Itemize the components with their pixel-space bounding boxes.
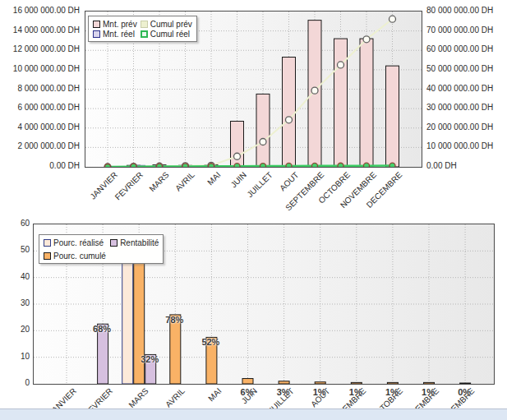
legend-item-cumul-prev: Cumul prév <box>141 19 192 29</box>
marker-cumul-reel <box>364 163 370 167</box>
month-label: AVRIL <box>164 386 187 409</box>
bar-pourc-cumul- <box>387 382 398 384</box>
marker-cumul-prev <box>338 62 344 68</box>
panel-footer-strip <box>0 409 507 420</box>
marker-cumul-prev <box>363 36 370 43</box>
legend-label-rentabilite: Rentabilité <box>120 238 159 247</box>
right-axis-tick-label: 70 000 000.00 DH <box>426 25 493 35</box>
percent-label: 78% <box>165 315 183 325</box>
legend-item-rentabilite: Rentabilité <box>110 238 159 247</box>
legend-item-pourc-realise: Pourc. réalisé <box>44 238 104 247</box>
month-label: MAI <box>206 386 223 403</box>
legend-label-pourc-realise: Pourc. réalisé <box>53 238 104 247</box>
y-axis-tick-label: 50 <box>0 245 30 254</box>
bar-pourc-cumul- <box>279 381 289 384</box>
percent-label: 68% <box>93 324 111 334</box>
bottom-legend-row1: Pourc. réalisé Rentabilité <box>44 238 159 247</box>
legend-label-mnt-reel: Mnt. réel <box>103 30 135 39</box>
amounts-chart: 16 000 000.00 DH14 000 000.00 DH12 000 0… <box>0 0 507 215</box>
marker-cumul-prev <box>234 153 241 159</box>
legend-label-pourc-cumule: Pourc. cumulé <box>53 252 106 261</box>
marker-cumul-reel <box>131 164 136 167</box>
legend-label-cumul-prev: Cumul prév <box>150 20 192 29</box>
percent-label: 3% <box>277 387 290 397</box>
percent-label: 1% <box>313 387 326 397</box>
rentabilite-swatch-icon <box>110 239 118 247</box>
right-axis-tick-label: 30 000 000.00 DH <box>426 103 493 112</box>
bar-pourc-r-alis- <box>122 251 133 384</box>
percent-label: 1% <box>349 387 362 397</box>
marker-cumul-reel <box>389 163 395 167</box>
bar-pourc-cumul- <box>460 383 471 384</box>
legend-item-cumul-reel: Cumul réel <box>141 29 192 39</box>
cumul-reel-swatch-icon <box>141 30 148 38</box>
right-axis-tick-label: 50 000 000.00 DH <box>426 64 493 73</box>
marker-cumul-reel <box>260 164 266 167</box>
marker-cumul-reel <box>312 163 318 167</box>
right-axis-tick-label: 10 000 000.00 DH <box>426 141 493 150</box>
top-legend-col-bars: Mnt. prév Mnt. réel <box>93 19 137 39</box>
bottom-legend: Pourc. réalisé Rentabilité Pourc. cumulé <box>39 234 164 264</box>
marker-cumul-reel <box>338 163 343 167</box>
percent-label: 1% <box>385 387 399 397</box>
legend-label-cumul-reel: Cumul réel <box>150 30 190 39</box>
y-axis-tick-label: 40 <box>0 272 30 281</box>
bar-pourc-cumul- <box>242 379 253 384</box>
right-axis-tick-label: 40 000 000.00 DH <box>426 84 493 93</box>
cumul-prev-swatch-icon <box>141 21 148 28</box>
bar-mnt-prev <box>256 94 270 167</box>
month-label: MARS <box>127 386 150 409</box>
bar-mnt-prev <box>360 39 373 167</box>
pourc-cumule-swatch-icon <box>44 252 51 260</box>
left-axis-tick-label: 6 000 000.00 DH <box>0 103 80 112</box>
left-axis-tick-label: 16 000 000.00 DH <box>0 6 80 15</box>
right-axis-tick-label: 20 000 000.00 DH <box>426 122 493 132</box>
mnt-reel-swatch-icon <box>93 30 100 38</box>
legend-item-pourc-cumule: Pourc. cumulé <box>44 251 106 261</box>
legend-item-mnt-reel: Mnt. réel <box>93 29 137 39</box>
left-axis-tick-label: 12 000 000.00 DH <box>0 44 80 53</box>
y-axis-tick-label: 0 <box>0 378 30 387</box>
percent-label: 32% <box>141 354 159 364</box>
marker-cumul-reel <box>234 164 240 167</box>
report-page: 16 000 000.00 DH14 000 000.00 DH12 000 0… <box>0 0 507 420</box>
percent-label: 1% <box>422 387 435 397</box>
y-axis-tick-label: 10 <box>0 352 30 361</box>
month-label: JUILLET <box>245 170 274 199</box>
top-legend: Mnt. prév Mnt. réel Cumul prév Cumul rée… <box>88 16 197 42</box>
y-axis-tick-label: 30 <box>0 298 30 307</box>
marker-cumul-prev <box>311 87 318 94</box>
bar-pourc-cumul- <box>315 382 325 384</box>
left-axis-tick-label: 4 000 000.00 DH <box>0 122 80 132</box>
bar-mnt-prev <box>386 66 399 167</box>
legend-item-mnt-prev: Mnt. prév <box>93 19 137 29</box>
month-label: AOUT <box>278 170 300 192</box>
pourc-realise-swatch-icon <box>44 239 51 247</box>
right-axis-tick-label: 60 000 000.00 DH <box>426 44 493 53</box>
bar-pourc-cumul- <box>351 382 362 384</box>
line-cumul-reel <box>108 166 393 167</box>
month-label: AVRIL <box>174 170 197 193</box>
left-axis-tick-label: 2 000 000.00 DH <box>0 141 80 150</box>
marker-cumul-reel <box>286 163 292 167</box>
legend-label-mnt-prev: Mnt. prév <box>103 20 137 29</box>
bar-mnt-prev <box>283 58 296 167</box>
marker-cumul-prev <box>389 16 396 22</box>
percent-chart: 6050403020100 Pourc. réalisé Rentabilité… <box>0 218 507 408</box>
left-axis-tick-label: 8 000 000.00 DH <box>0 84 80 93</box>
marker-cumul-reel <box>105 164 111 168</box>
mnt-prev-swatch-icon <box>93 21 100 28</box>
percent-label: 0% <box>458 387 471 397</box>
bar-pourc-cumul- <box>424 382 435 384</box>
percent-label: 52% <box>201 337 219 347</box>
bar-pourc-cumul- <box>170 315 181 384</box>
bar-mnt-prev <box>334 39 348 167</box>
marker-cumul-reel <box>209 164 214 167</box>
left-axis-tick-label: 10 000 000.00 DH <box>0 64 80 73</box>
month-label: JUIN <box>229 170 249 190</box>
month-label: MAI <box>205 170 222 187</box>
percent-label: 6% <box>241 387 254 397</box>
left-axis-tick-label: 0.00 DH <box>0 161 80 170</box>
left-axis-tick-label: 14 000 000.00 DH <box>0 25 80 35</box>
y-axis-tick-label: 20 <box>0 325 30 334</box>
